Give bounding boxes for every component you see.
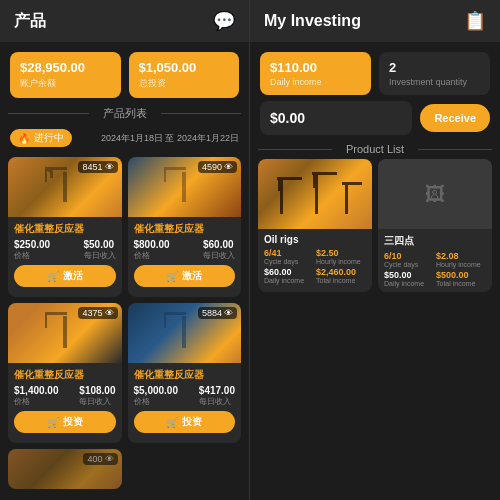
right-balance-value: $0.00	[270, 110, 305, 126]
stat-item: $2.08 Hourly income	[436, 251, 486, 268]
image-placeholder-icon: 🖼	[425, 183, 445, 206]
stat-item: 6/41 Cycle days	[264, 248, 314, 265]
svg-rect-19	[342, 182, 362, 185]
daily-income-label: Daily income	[270, 77, 361, 87]
product-info-2: 催化重整反应器 $800.00 价格 $60.00 每日收入 🛒 激活	[128, 217, 242, 292]
svg-rect-13	[164, 312, 186, 315]
receive-button[interactable]: Receive	[420, 104, 490, 132]
product-count-1: 8451 👁	[78, 161, 117, 173]
daily-income-box: $110.00 Daily income	[260, 52, 371, 95]
svg-rect-5	[182, 172, 186, 202]
invest-btn-4[interactable]: 🛒 投资	[134, 411, 236, 433]
right-product-combined: Oil rigs 6/41 Cycle days $2.50 Hourly in…	[258, 159, 492, 292]
svg-rect-21	[313, 174, 316, 188]
stat-item: 6/10 Cycle days	[384, 251, 434, 268]
product-card-4: 5884 👁 催化重整反应器 $5,000.00 价格 $417.00 每日收入	[128, 303, 242, 443]
oil-rigs-card: Oil rigs 6/41 Cycle days $2.50 Hourly in…	[258, 159, 372, 292]
stat-item: $500.00 Total income	[436, 270, 486, 287]
active-badge: 🔥 进行中	[10, 129, 72, 147]
san-si-dian-card: 🖼 三四点 6/10 Cycle days $2.08 Hourly incom…	[378, 159, 492, 292]
product-price-1: $250.00	[14, 239, 50, 250]
san-si-dian-stats: 6/10 Cycle days $2.08 Hourly income $50.…	[384, 251, 486, 287]
left-panel-title: 产品	[14, 11, 46, 32]
invest-qty-label: Investment quantity	[389, 77, 480, 87]
svg-rect-16	[345, 184, 348, 214]
oil-rigs-svg	[258, 159, 372, 229]
right-panel-title: My Investing	[264, 12, 361, 30]
product-img-3: 4375 👁	[8, 303, 122, 363]
product-card-partial: 400 👁	[8, 449, 122, 489]
right-stats: $110.00 Daily income 2 Investment quanti…	[250, 42, 500, 135]
message-icon[interactable]: 💬	[213, 10, 235, 32]
oil-rigs-stats: 6/41 Cycle days $2.50 Hourly income $60.…	[264, 248, 366, 284]
oil-rigs-info: Oil rigs 6/41 Cycle days $2.50 Hourly in…	[258, 229, 372, 289]
product-count-3: 4375 👁	[78, 307, 117, 319]
svg-rect-11	[182, 316, 186, 348]
product-img-1: 8451 👁	[8, 157, 122, 217]
partial-count: 400 👁	[83, 453, 117, 465]
invest-qty-box: 2 Investment quantity	[379, 52, 490, 95]
product-card-1: 8451 👁 催化重整反应器 $250.00 价格 $50.00 每日收入 �	[8, 157, 122, 297]
activate-btn-1[interactable]: 🛒 激活	[14, 265, 116, 287]
san-si-dian-name: 三四点	[384, 234, 486, 248]
products-grid: 8451 👁 催化重整反应器 $250.00 价格 $50.00 每日收入 �	[0, 151, 249, 500]
product-name-3: 催化重整反应器	[14, 368, 116, 382]
product-img-4: 5884 👁	[128, 303, 242, 363]
oil-rigs-name: Oil rigs	[264, 234, 366, 245]
svg-rect-2	[45, 167, 67, 170]
stat-item: $2.50 Hourly income	[316, 248, 366, 265]
right-header: My Investing 📋	[250, 0, 500, 42]
activate-btn-2[interactable]: 🛒 激活	[134, 265, 236, 287]
svg-rect-10	[45, 312, 67, 315]
product-info-1: 催化重整反应器 $250.00 价格 $50.00 每日收入 🛒 激活	[8, 217, 122, 292]
invest-btn-3[interactable]: 🛒 投资	[14, 411, 116, 433]
stat-item: $50.00 Daily income	[384, 270, 434, 287]
product-card-2: 4590 👁 催化重整反应器 $800.00 价格 $60.00 每日收入 �	[128, 157, 242, 297]
product-count-2: 4590 👁	[198, 161, 237, 173]
left-header: 产品 💬	[0, 0, 249, 42]
right-stats-top-row: $110.00 Daily income 2 Investment quanti…	[260, 52, 490, 95]
product-price-row-1: $250.00 价格 $50.00 每日收入	[14, 239, 116, 261]
active-header: 🔥 进行中 2024年1月18日 至 2024年1月22日	[0, 125, 249, 151]
right-product-list: Oil rigs 6/41 Cycle days $2.50 Hourly in…	[250, 159, 500, 500]
right-panel: My Investing 📋 $110.00 Daily income 2 In…	[250, 0, 500, 500]
product-name-1: 催化重整反应器	[14, 222, 116, 236]
invest-value: $1,050.00	[139, 60, 230, 75]
left-panel: 产品 💬 $28,950.00 账户余额 $1,050.00 总投资 产品列表 …	[0, 0, 250, 500]
product-name-4: 催化重整反应器	[134, 368, 236, 382]
product-info-4: 催化重整反应器 $5,000.00 价格 $417.00 每日收入 🛒 投资	[128, 363, 242, 438]
product-count-4: 5884 👁	[198, 307, 237, 319]
stat-item: $60.00 Daily income	[264, 267, 314, 284]
product-daily-1: $50.00	[84, 239, 116, 250]
product-info-3: 催化重整反应器 $1,400.00 价格 $108.00 每日收入 🛒 投资	[8, 363, 122, 438]
left-stats-row: $28,950.00 账户余额 $1,050.00 总投资	[0, 42, 249, 98]
product-img-2: 4590 👁	[128, 157, 242, 217]
invest-label: 总投资	[139, 77, 230, 90]
oil-rigs-img	[258, 159, 372, 229]
daily-income-value: $110.00	[270, 60, 361, 75]
flame-icon: 🔥	[18, 133, 30, 144]
product-list-section-title: 产品列表	[0, 98, 249, 125]
right-product-list-title: Product List	[250, 135, 500, 159]
svg-rect-0	[63, 172, 67, 202]
san-si-dian-info: 三四点 6/10 Cycle days $2.08 Hourly income …	[378, 229, 492, 292]
stat-item: $2,460.00 Total income	[316, 267, 366, 284]
product-name-2: 催化重整反应器	[134, 222, 236, 236]
svg-rect-7	[164, 167, 186, 170]
partial-img: 400 👁	[8, 449, 122, 489]
active-date: 2024年1月18日 至 2024年1月22日	[101, 132, 239, 145]
svg-rect-20	[278, 179, 281, 191]
balance-label: 账户余额	[20, 77, 111, 90]
balance-value: $28,950.00	[20, 60, 111, 75]
san-si-dian-img: 🖼	[378, 159, 492, 229]
invest-stat-box: $1,050.00 总投资	[129, 52, 240, 98]
invest-qty-value: 2	[389, 60, 480, 75]
product-card-3: 4375 👁 催化重整反应器 $1,400.00 价格 $108.00 每日收入	[8, 303, 122, 443]
balance-stat-box: $28,950.00 账户余额	[10, 52, 121, 98]
svg-rect-8	[63, 316, 67, 348]
right-balance-row: $0.00 Receive	[260, 101, 490, 135]
right-header-icon[interactable]: 📋	[464, 10, 486, 32]
right-balance-box: $0.00	[260, 101, 412, 135]
